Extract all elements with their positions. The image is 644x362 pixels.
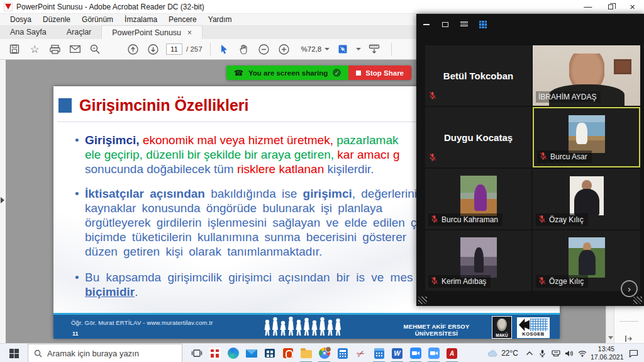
participant-tile-kerim-adıbaş[interactable]: Kerim Adıbaş [425, 230, 531, 291]
menu-item-görünüm[interactable]: Görünüm [77, 14, 118, 25]
start-button[interactable] [0, 344, 28, 362]
participant-tile-özay-kılıç[interactable]: Özay Kılıç [533, 169, 640, 229]
save-icon[interactable] [6, 42, 23, 57]
restore-button[interactable] [608, 3, 613, 11]
snip-taskbar-icon[interactable]: ✂ [352, 344, 370, 362]
zoom-out-icon[interactable] [256, 42, 272, 57]
next-page-button[interactable]: › [621, 280, 638, 297]
participant-grid: Betül TokcobanİBRAHİM AYDAŞDuygu Kocataş… [425, 45, 640, 291]
calendar-taskbar-icon[interactable] [370, 344, 388, 362]
stop-share-button[interactable]: Stop Share [348, 65, 411, 80]
window-icon[interactable] [440, 20, 450, 29]
participant-video [570, 176, 604, 215]
mic-icon[interactable] [537, 344, 548, 362]
action-center-icon[interactable] [624, 344, 643, 362]
participant-name: Betül Tokcoban [425, 45, 531, 106]
speaker-icon[interactable] [564, 344, 575, 362]
menu-item-yardım[interactable]: Yardım [203, 14, 237, 25]
page-number-input[interactable]: 11 [166, 43, 182, 55]
system-tray: 22°C 13:45 17.06.2021 [483, 344, 644, 362]
title-bar: PowerPoint Sunusu - Adobe Acrobat Reader… [0, 0, 644, 14]
menu-item-pencere[interactable]: Pencere [164, 14, 202, 25]
participant-tile-burcu-asar[interactable]: Burcu Asar [533, 107, 640, 167]
scroll-down-icon[interactable] [608, 336, 613, 339]
mail-taskbar-icon[interactable] [242, 344, 260, 362]
wifi-icon[interactable] [577, 344, 588, 362]
stop-icon [356, 71, 361, 76]
screen: PowerPoint Sunusu - Adobe Acrobat Reader… [0, 0, 644, 362]
title-bullet-square [58, 98, 72, 113]
resize-handle-left[interactable] [418, 297, 427, 304]
zoom-dropdown-icon[interactable] [325, 48, 330, 50]
sharing-message: You are screen sharing [248, 69, 328, 77]
window-title: PowerPoint Sunusu - Adobe Acrobat Reader… [16, 3, 204, 11]
search-icon [34, 349, 42, 358]
page-fit-icon[interactable] [335, 42, 351, 57]
participant-tile-i̇brahi̇m-aydaş[interactable]: İBRAHİM AYDAŞ [533, 45, 640, 106]
word-taskbar-icon[interactable]: W [388, 344, 406, 362]
panel-divider [619, 321, 638, 322]
email-icon[interactable] [67, 42, 83, 57]
ethernet-icon[interactable] [550, 344, 562, 362]
explorer-taskbar-icon[interactable] [297, 344, 315, 362]
weather-widget[interactable]: 22°C [483, 349, 523, 358]
tab-powerpoint-sunusu[interactable]: PowerPoint Sunusu× [101, 25, 203, 39]
edge-taskbar-icon[interactable] [224, 344, 242, 362]
print-icon[interactable] [47, 42, 63, 57]
taskbar: Aramak için buraya yazın ✂WA 22°C 13:45 … [0, 343, 644, 362]
calculator-taskbar-icon[interactable] [333, 344, 352, 362]
taskbar-search-input[interactable]: Aramak için buraya yazın [28, 344, 182, 362]
close-button[interactable]: × [630, 2, 635, 11]
participant-name: Duygu Kocataş [425, 107, 531, 167]
gift-taskbar-icon[interactable] [206, 344, 224, 362]
chevron-up-icon[interactable] [524, 344, 535, 362]
maku-portrait [497, 319, 507, 331]
gallery-view-icon[interactable] [478, 20, 488, 29]
tab-araçlar[interactable]: Araçlar [57, 25, 102, 39]
mic-muted-icon [538, 276, 546, 286]
left-panel-toggle-icon[interactable] [1, 197, 4, 203]
acrobat-taskbar-icon[interactable]: A [443, 344, 461, 362]
page-total: / 257 [186, 45, 203, 53]
zoom-level[interactable]: %72,8 [301, 45, 322, 53]
participant-tile-duygu-kocataş[interactable]: Duygu Kocataş [425, 107, 531, 167]
sharing-status: ☎ You are screen sharing ✓ [226, 65, 348, 80]
resize-handle-right[interactable] [633, 297, 642, 304]
speaker-view-icon[interactable] [459, 20, 469, 29]
mic-muted-icon [429, 91, 436, 102]
bullet-marker: • [75, 133, 85, 176]
ruler-icon[interactable] [366, 42, 382, 57]
screen-sharing-bar: ☎ You are screen sharing ✓ Stop Share [226, 65, 411, 80]
tab-ana-sayfa[interactable]: Ana Sayfa [0, 25, 57, 39]
store-taskbar-icon[interactable] [260, 344, 279, 362]
hand-icon[interactable] [236, 42, 252, 57]
zoom-in-icon[interactable] [276, 42, 292, 57]
fit-dropdown-icon[interactable] [356, 48, 361, 50]
select-arrow-icon[interactable] [216, 42, 232, 57]
participant-tile-betül-tokcoban[interactable]: Betül Tokcoban [425, 45, 531, 106]
tab-close-icon[interactable]: × [187, 28, 192, 37]
meeting-panel-toolbar [421, 19, 488, 30]
participant-video [569, 237, 605, 278]
menu-item-i̇mzalama[interactable]: İmzalama [119, 14, 162, 25]
task-view-taskbar-icon[interactable] [187, 344, 206, 362]
participant-tile-burcu-kahraman[interactable]: Burcu Kahraman [425, 169, 531, 229]
chrome-taskbar-icon[interactable] [315, 344, 333, 362]
minimize-icon[interactable] [421, 20, 431, 29]
slide-footer: Öğr. Gör. Murat ERTİLAV - www.muratertil… [53, 313, 560, 339]
zoom-taskbar-icon[interactable] [425, 344, 443, 362]
taskbar-clock[interactable]: 13:45 17.06.2021 [589, 345, 624, 361]
search-icon[interactable] [87, 42, 103, 57]
menu-item-dosya[interactable]: Dosya [5, 14, 36, 25]
star-icon[interactable]: ☆ [26, 42, 43, 57]
camera-taskbar-icon[interactable] [406, 344, 425, 362]
page-down-icon[interactable] [145, 42, 161, 57]
footer-credit: Öğr. Gör. Murat ERTİLAV - www.muratertil… [71, 319, 213, 326]
minimize-button[interactable]: — [584, 3, 592, 11]
slide-page-number: 11 [72, 331, 79, 337]
phone-icon: ☎ [234, 69, 243, 77]
office-taskbar-icon[interactable] [279, 344, 297, 362]
page-up-icon[interactable] [125, 42, 141, 57]
toolbar-separator [391, 43, 392, 55]
menu-item-düzenle[interactable]: Düzenle [38, 14, 75, 25]
